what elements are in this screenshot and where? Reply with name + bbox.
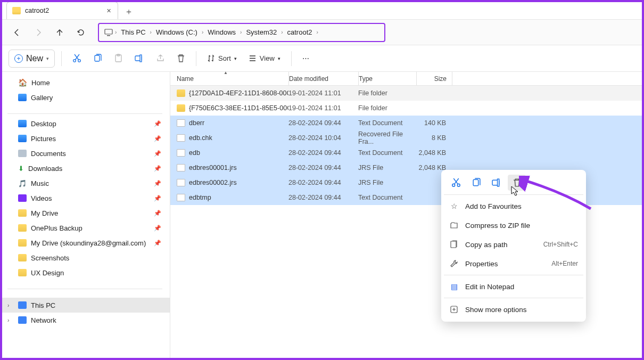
sidebar-screenshots[interactable]: Screenshots <box>0 250 170 265</box>
network-icon <box>18 316 27 324</box>
ctx-rename-button[interactable] <box>488 175 506 191</box>
tab-title: catroot2 <box>25 7 101 14</box>
ctx-copy-path[interactable]: Copy as pathCtrl+Shift+C <box>444 235 583 254</box>
file-name: edbtmp <box>189 194 211 201</box>
star-icon: ☆ <box>449 202 459 210</box>
pin-icon: 📌 <box>154 210 161 217</box>
new-label: New <box>26 54 43 63</box>
breadcrumb[interactable]: › This PC › Windows (C:) › Windows › Sys… <box>98 23 385 42</box>
file-type: Text Document <box>358 149 416 157</box>
paste-button[interactable] <box>110 50 127 68</box>
up-button[interactable] <box>51 24 68 41</box>
rename-button[interactable] <box>130 50 148 68</box>
chevron-right-icon[interactable]: › <box>7 302 9 308</box>
zip-icon <box>449 221 459 230</box>
file-size: 8 KB <box>416 134 451 142</box>
downloads-icon: ⬇ <box>18 165 24 173</box>
file-row[interactable]: {127D0A1D-4EF2-11D1-8608-00C04FC295...19… <box>170 86 644 101</box>
sidebar-videos[interactable]: Videos📌 <box>0 191 170 206</box>
file-size: 2,048 KB <box>416 149 451 157</box>
new-button[interactable]: + New ▾ <box>9 50 55 68</box>
file-name: edb.chk <box>189 134 212 142</box>
nav-bar: › This PC › Windows (C:) › Windows › Sys… <box>0 20 644 45</box>
ctx-compress-zip[interactable]: Compress to ZIP file <box>444 216 583 235</box>
close-tab-button[interactable]: ✕ <box>105 7 112 14</box>
wrench-icon <box>449 259 459 268</box>
file-row[interactable]: dberr28-02-2024 09:44Text Document140 KB <box>170 116 644 130</box>
ctx-show-more[interactable]: Show more options <box>444 300 583 319</box>
ctx-cut-button[interactable] <box>447 175 465 191</box>
sidebar-desktop[interactable]: Desktop📌 <box>0 116 170 131</box>
ctx-copy-button[interactable] <box>467 175 485 191</box>
sidebar-documents[interactable]: Documents📌 <box>0 146 170 161</box>
sidebar-pictures[interactable]: Pictures📌 <box>0 131 170 146</box>
refresh-button[interactable] <box>72 24 89 41</box>
ctx-edit-notepad[interactable]: ▤Edit in Notepad <box>444 277 583 296</box>
folder-icon <box>18 224 27 232</box>
sidebar-music[interactable]: 🎵Music📌 <box>0 176 170 191</box>
file-date: 28-02-2024 09:44 <box>288 119 358 127</box>
file-date: 28-02-2024 09:44 <box>288 149 358 157</box>
delete-button[interactable] <box>172 50 189 68</box>
chevron-right-icon[interactable]: › <box>7 317 9 323</box>
crumb-catroot2[interactable]: catroot2 <box>285 27 315 37</box>
sort-button[interactable]: Sort ▾ <box>203 50 241 68</box>
forward-button[interactable] <box>30 24 47 41</box>
share-button[interactable] <box>152 50 169 68</box>
folder-icon <box>18 269 27 276</box>
file-icon <box>177 164 185 171</box>
titlebar: catroot2 ✕ ＋ <box>0 0 644 20</box>
svg-rect-1 <box>107 35 110 36</box>
file-date: 28-02-2024 09:44 <box>288 194 358 201</box>
crumb-drive[interactable]: Windows (C:) <box>154 27 200 37</box>
pin-icon: 📌 <box>154 120 161 127</box>
back-button[interactable] <box>9 24 26 41</box>
file-row[interactable]: edb.chk28-02-2024 10:04Recovered File Fr… <box>170 130 644 145</box>
sidebar-oneplus[interactable]: OnePlus Backup📌 <box>0 220 170 235</box>
sidebar-downloads[interactable]: ⬇Downloads📌 <box>0 161 170 176</box>
new-tab-button[interactable]: ＋ <box>121 4 136 19</box>
svg-rect-13 <box>497 179 499 186</box>
sidebar-mydrive[interactable]: My Drive📌 <box>0 206 170 220</box>
col-date[interactable]: Date modified <box>289 75 358 83</box>
file-type: Text Document <box>358 119 416 127</box>
pc-icon <box>18 301 27 309</box>
sidebar-home[interactable]: 🏠Home <box>0 75 170 90</box>
more-button[interactable]: ⋯ <box>298 50 313 68</box>
more-icon <box>449 305 459 314</box>
svg-rect-4 <box>95 55 100 61</box>
crumb-system32[interactable]: System32 <box>244 27 279 37</box>
pin-icon: 📌 <box>154 180 161 187</box>
col-name[interactable]: Name <box>170 75 288 83</box>
pin-icon: 📌 <box>154 150 161 157</box>
view-button[interactable]: View ▾ <box>244 50 285 68</box>
videos-icon <box>18 194 27 202</box>
sidebar-mydrive-email[interactable]: My Drive (skoundinya28@gmail.com)📌 <box>0 235 170 250</box>
sidebar-gallery[interactable]: Gallery <box>0 90 170 105</box>
shortcut-text: Ctrl+Shift+C <box>543 241 578 248</box>
col-size[interactable]: Size <box>417 75 452 83</box>
ctx-properties[interactable]: PropertiesAlt+Enter <box>444 254 583 273</box>
folder-icon <box>177 104 185 112</box>
sidebar-uxdesign[interactable]: UX Design <box>0 265 170 280</box>
file-size: 140 KB <box>416 119 451 127</box>
cut-button[interactable] <box>68 50 86 68</box>
copy-button[interactable] <box>89 50 106 68</box>
pin-icon: 📌 <box>154 240 161 247</box>
folder-icon <box>18 209 27 217</box>
folder-icon <box>12 7 21 14</box>
file-name: edbres00002.jrs <box>189 179 237 186</box>
col-type[interactable]: Type <box>359 75 416 83</box>
crumb-this-pc[interactable]: This PC <box>119 27 147 37</box>
sidebar-network[interactable]: ›Network <box>0 313 170 328</box>
svg-rect-11 <box>473 179 478 186</box>
folder-icon <box>18 254 27 261</box>
crumb-windows[interactable]: Windows <box>205 27 238 37</box>
file-row[interactable]: edb28-02-2024 09:44Text Document2,048 KB <box>170 145 644 160</box>
file-name: dberr <box>189 119 204 127</box>
sidebar-this-pc[interactable]: ›This PC <box>0 298 170 313</box>
file-row[interactable]: {F750E6C3-38EE-11D1-85E5-00C04FC295...19… <box>170 101 644 116</box>
svg-rect-14 <box>451 241 456 248</box>
window-tab[interactable]: catroot2 ✕ <box>6 2 118 19</box>
svg-point-2 <box>73 60 76 62</box>
